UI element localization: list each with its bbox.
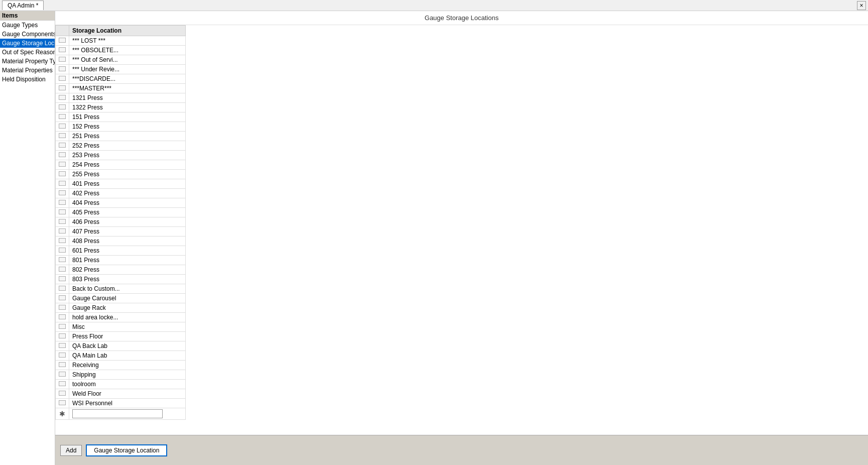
row-icon — [59, 171, 66, 176]
row-icon — [59, 114, 66, 119]
row-label: QA Main Lab — [69, 351, 186, 361]
row-icon — [59, 362, 66, 367]
sidebar-item-material-property-ty[interactable]: Material Property Ty... — [0, 57, 55, 66]
sidebar-item-out-of-spec-reason[interactable]: Out of Spec Reason... — [0, 48, 55, 57]
row-icon-cell — [56, 112, 69, 122]
new-storage-location-input[interactable] — [72, 409, 163, 418]
table-row[interactable]: *** Out of Servi... — [56, 55, 186, 65]
row-icon — [59, 324, 66, 329]
table-row[interactable]: 404 Press — [56, 198, 186, 208]
row-icon-cell — [56, 351, 69, 361]
table-row[interactable]: Press Floor — [56, 332, 186, 341]
table-row[interactable]: Gauge Carousel — [56, 294, 186, 303]
table-row[interactable]: 601 Press — [56, 246, 186, 256]
row-icon — [59, 343, 66, 348]
table-row[interactable]: *** OBSOLETE... — [56, 46, 186, 55]
row-label: 803 Press — [69, 275, 186, 284]
table-row[interactable]: QA Main Lab — [56, 351, 186, 361]
table-row[interactable]: Gauge Rack — [56, 303, 186, 313]
table-row[interactable]: toolroom — [56, 380, 186, 389]
row-label: 253 Press — [69, 151, 186, 160]
row-icon — [59, 143, 66, 148]
table-row[interactable]: 1322 Press — [56, 103, 186, 112]
table-row[interactable]: ***DISCARDE... — [56, 74, 186, 84]
table-row[interactable]: 151 Press — [56, 112, 186, 122]
table-row[interactable]: 802 Press — [56, 265, 186, 275]
table-row[interactable]: 254 Press — [56, 160, 186, 170]
row-icon — [59, 133, 66, 138]
table-row[interactable]: 801 Press — [56, 256, 186, 265]
row-icon-cell — [56, 389, 69, 399]
table-row[interactable]: Receiving — [56, 361, 186, 370]
row-icon — [59, 209, 66, 214]
row-icon-cell — [56, 256, 69, 265]
row-label: 252 Press — [69, 141, 186, 151]
table-row[interactable]: ***MASTER*** — [56, 84, 186, 93]
table-row[interactable]: *** LOST *** — [56, 36, 186, 46]
table-row[interactable]: QA Back Lab — [56, 341, 186, 351]
row-icon-cell — [56, 341, 69, 351]
row-icon-cell — [56, 237, 69, 246]
table-row[interactable]: 401 Press — [56, 179, 186, 189]
storage-location-table: Storage Location *** LOST ****** OBSOLET… — [55, 25, 186, 420]
row-label: ***MASTER*** — [69, 84, 186, 93]
row-icon — [59, 152, 66, 157]
qa-admin-tab[interactable]: QA Admin * — [2, 1, 44, 10]
sidebar-item-gauge-components[interactable]: Gauge Components — [0, 30, 55, 39]
table-row[interactable]: 406 Press — [56, 217, 186, 227]
row-icon — [59, 257, 66, 262]
table-row[interactable]: Misc — [56, 322, 186, 332]
gauge-storage-location-button[interactable]: Gauge Storage Location — [86, 444, 167, 456]
row-icon-cell — [56, 294, 69, 303]
table-row[interactable]: WSI Personnel — [56, 399, 186, 408]
row-label: 152 Press — [69, 122, 186, 132]
table-row[interactable]: 255 Press — [56, 170, 186, 179]
row-label: *** Under Revie... — [69, 65, 186, 74]
row-icon — [59, 314, 66, 319]
table-row[interactable]: 251 Press — [56, 132, 186, 141]
table-row[interactable]: 253 Press — [56, 151, 186, 160]
row-icon-cell — [56, 93, 69, 103]
table-row[interactable]: 252 Press — [56, 141, 186, 151]
sidebar-item-material-properties[interactable]: Material Properties — [0, 66, 55, 75]
table-row[interactable]: 1321 Press — [56, 93, 186, 103]
table-row[interactable]: Shipping — [56, 370, 186, 380]
close-button[interactable]: × — [857, 1, 866, 10]
row-icon — [59, 372, 66, 377]
row-label: hold area locke... — [69, 313, 186, 322]
table-row[interactable]: 408 Press — [56, 237, 186, 246]
row-icon — [59, 333, 66, 338]
table-row[interactable]: 152 Press — [56, 122, 186, 132]
row-icon-cell — [56, 303, 69, 313]
table-row[interactable]: hold area locke... — [56, 313, 186, 322]
row-icon-cell — [56, 208, 69, 217]
sidebar-item-gauge-storage-loc[interactable]: Gauge Storage Loc... — [0, 39, 55, 48]
row-label: Press Floor — [69, 332, 186, 341]
sidebar-item-gauge-types[interactable]: Gauge Types — [0, 21, 55, 30]
row-label: 407 Press — [69, 227, 186, 237]
row-icon — [59, 381, 66, 386]
row-icon — [59, 228, 66, 234]
new-row-input-cell[interactable] — [69, 408, 186, 420]
table-area[interactable]: Storage Location *** LOST ****** OBSOLET… — [55, 25, 868, 435]
row-icon-cell — [56, 55, 69, 65]
new-row-icon-cell: ✱ — [56, 408, 69, 420]
row-icon-cell — [56, 275, 69, 284]
table-row[interactable]: Weld Floor — [56, 389, 186, 399]
new-row[interactable]: ✱ — [56, 408, 186, 420]
row-icon-cell — [56, 198, 69, 208]
sidebar: Items Gauge TypesGauge ComponentsGauge S… — [0, 11, 55, 465]
table-row[interactable]: 402 Press — [56, 189, 186, 198]
row-label: 151 Press — [69, 112, 186, 122]
sidebar-item-held-disposition[interactable]: Held Disposition — [0, 75, 55, 84]
table-row[interactable]: *** Under Revie... — [56, 65, 186, 74]
table-row[interactable]: 407 Press — [56, 227, 186, 237]
table-row[interactable]: 405 Press — [56, 208, 186, 217]
table-row[interactable]: Back to Custom... — [56, 284, 186, 294]
row-icon-cell — [56, 227, 69, 237]
row-icon-cell — [56, 284, 69, 294]
row-icon — [59, 162, 66, 167]
row-icon — [59, 295, 66, 300]
table-row[interactable]: 803 Press — [56, 275, 186, 284]
add-button[interactable]: Add — [60, 445, 82, 456]
